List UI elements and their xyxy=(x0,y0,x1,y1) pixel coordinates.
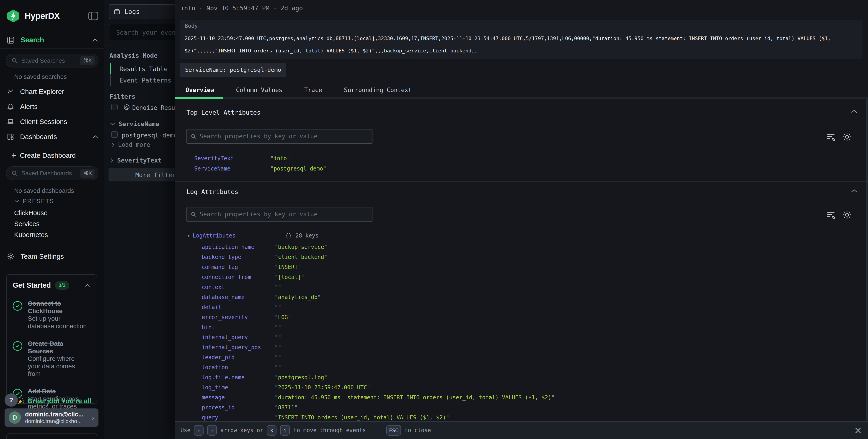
attribute-value[interactable]: 2025-11-10 23:59:47.000 UTC xyxy=(275,384,370,391)
line-wrap-icon[interactable] xyxy=(826,210,836,220)
attribute-row[interactable]: connection_from [local] xyxy=(202,272,555,282)
mode-results-table[interactable]: Results Table xyxy=(119,65,167,72)
attribute-row[interactable]: error_severity LOG xyxy=(202,312,555,322)
sidebar-item-chart-explorer[interactable]: Chart Explorer xyxy=(7,87,98,96)
saved-dashboards-input[interactable]: Saved Dashboards ⌘K xyxy=(6,166,98,180)
attribute-row[interactable]: location xyxy=(202,363,555,372)
body-text[interactable]: 2025-11-10 23:59:47.000 UTC,postgres,ana… xyxy=(185,32,859,57)
attribute-row[interactable]: SeverityText info xyxy=(194,153,327,163)
chevron-up-icon[interactable] xyxy=(851,189,858,193)
attribute-value[interactable]: info xyxy=(270,155,290,162)
denoise-label[interactable]: Denoise Results xyxy=(132,104,175,111)
load-more-button[interactable]: Load more xyxy=(111,141,150,148)
get-started-header[interactable]: Get Started 3/3 xyxy=(13,281,91,290)
sidebar-item-services[interactable]: Services xyxy=(14,220,39,228)
attribute-value[interactable]: postgresql-demo xyxy=(270,165,327,172)
log-attributes-root[interactable]: ▾ LogAttributes {} 28 keys xyxy=(187,232,318,239)
filter-group-servicename[interactable]: ServiceName xyxy=(110,120,159,127)
sidebar-item-alerts[interactable]: Alerts xyxy=(7,102,98,112)
sidebar-item-dashboards[interactable]: Dashboards xyxy=(7,132,98,142)
attribute-value[interactable] xyxy=(275,354,281,360)
attribute-key[interactable]: internal_query xyxy=(202,334,275,341)
chevron-up-icon[interactable] xyxy=(84,284,91,287)
get-started-item[interactable]: Connect to ClickHouse Set up your databa… xyxy=(13,300,91,330)
sidebar-item-clickhouse[interactable]: ClickHouse xyxy=(14,209,48,217)
attribute-value[interactable] xyxy=(275,364,281,371)
gear-icon[interactable] xyxy=(842,210,852,220)
attribute-key[interactable]: process_id xyxy=(202,404,275,411)
attribute-key[interactable]: application_name xyxy=(202,244,275,250)
sidebar-item-kubernetes[interactable]: Kubernetes xyxy=(14,231,48,239)
attribute-key[interactable]: backend_type xyxy=(202,254,275,260)
attribute-row[interactable]: internal_query xyxy=(202,332,555,342)
attribute-key[interactable]: log.file.name xyxy=(202,374,275,381)
attribute-key[interactable]: ServiceName xyxy=(194,165,270,172)
attribute-value[interactable]: INSERT INTO orders (user_id, total) VALU… xyxy=(275,414,449,421)
top-level-search-input[interactable]: Search properties by key or value xyxy=(186,129,372,144)
attribute-row[interactable]: ServiceName postgresql-demo xyxy=(194,163,327,174)
attribute-value[interactable]: analytics_db xyxy=(275,294,321,301)
expand-triangle-icon[interactable]: ▾ xyxy=(187,233,190,238)
attribute-row[interactable]: application_name backup_service xyxy=(202,242,555,252)
attribute-row[interactable]: leader_pid xyxy=(202,352,555,363)
attribute-key[interactable]: error_severity xyxy=(202,314,275,320)
attribute-key[interactable]: leader_pid xyxy=(202,354,275,360)
attribute-row[interactable]: command_tag INSERT xyxy=(202,262,555,272)
attribute-row[interactable]: log.file.name postgresql.log xyxy=(202,372,555,382)
chevron-up-icon[interactable] xyxy=(92,38,98,42)
attribute-key[interactable]: connection_from xyxy=(202,274,275,280)
close-icon[interactable]: × xyxy=(854,426,862,435)
attribute-key[interactable]: message xyxy=(202,394,275,401)
more-filters-button[interactable]: More filters xyxy=(108,168,175,182)
service-name-chip[interactable]: ServiceName: postgresql-demo xyxy=(180,63,286,77)
postgresql-demo-checkbox[interactable] xyxy=(111,131,118,138)
attribute-value[interactable]: postgresql.log xyxy=(275,374,327,381)
line-wrap-icon[interactable] xyxy=(826,132,836,142)
attribute-value[interactable]: backup_service xyxy=(275,244,327,250)
chevron-up-icon[interactable] xyxy=(92,135,98,138)
attribute-key[interactable]: query xyxy=(202,414,275,421)
attribute-key[interactable]: detail xyxy=(202,304,275,310)
attribute-row[interactable]: internal_query_pos xyxy=(202,342,555,352)
event-search-input[interactable]: Search your events xyxy=(109,24,175,41)
attribute-value[interactable]: client backend xyxy=(275,254,327,260)
sidebar-item-client-sessions[interactable]: Client Sessions xyxy=(7,117,98,126)
filter-option-postgresql-demo[interactable]: postgresql-demo xyxy=(122,132,175,139)
attribute-value[interactable] xyxy=(275,324,281,331)
tab-trace[interactable]: Trace xyxy=(293,84,333,97)
attribute-key[interactable]: database_name xyxy=(202,294,275,301)
attribute-value[interactable] xyxy=(275,334,281,341)
attribute-value[interactable]: 88711 xyxy=(275,404,298,411)
attribute-row[interactable]: hint xyxy=(202,322,555,332)
help-button[interactable]: ? xyxy=(5,394,18,407)
attribute-value[interactable]: [local] xyxy=(275,274,304,280)
attribute-value[interactable] xyxy=(275,304,281,310)
attribute-key[interactable]: internal_query_pos xyxy=(202,344,275,351)
gear-icon[interactable] xyxy=(842,132,852,142)
presets-toggle[interactable]: PRESETS xyxy=(14,198,54,205)
attribute-row[interactable]: detail xyxy=(202,302,555,312)
attribute-key[interactable]: log_time xyxy=(202,384,275,391)
attribute-row[interactable]: backend_type client backend xyxy=(202,252,555,262)
create-dashboard-button[interactable]: + Create Dashboard xyxy=(11,151,76,160)
attribute-value[interactable]: LOG xyxy=(275,314,291,320)
sidebar-item-team-settings[interactable]: Team Settings xyxy=(7,253,64,260)
tab-surrounding-context[interactable]: Surrounding Context xyxy=(333,84,423,97)
mode-event-patterns[interactable]: Event Patterns xyxy=(119,77,172,84)
sidebar-collapse-icon[interactable] xyxy=(88,11,98,21)
attribute-key[interactable]: command_tag xyxy=(202,264,275,270)
source-select[interactable]: Logs xyxy=(109,4,175,19)
tab-column-values[interactable]: Column Values xyxy=(225,84,293,97)
saved-searches-input[interactable]: Saved Searches ⌘K xyxy=(6,54,98,67)
get-started-item[interactable]: Create Data Sources Configure where your… xyxy=(13,340,91,377)
attribute-key[interactable]: context xyxy=(202,284,275,290)
tab-overview[interactable]: Overview xyxy=(175,84,225,97)
denoise-checkbox[interactable] xyxy=(111,104,118,110)
root-key[interactable]: LogAttributes xyxy=(193,232,236,239)
user-menu[interactable]: D dominic.tran@clic... dominic.tran@clic… xyxy=(5,408,98,427)
attribute-key[interactable]: hint xyxy=(202,324,275,331)
filter-group-severitytext[interactable]: SeverityText xyxy=(110,157,162,164)
attribute-value[interactable] xyxy=(275,344,281,351)
attribute-value[interactable] xyxy=(275,284,281,290)
chevron-up-icon[interactable] xyxy=(851,109,858,114)
